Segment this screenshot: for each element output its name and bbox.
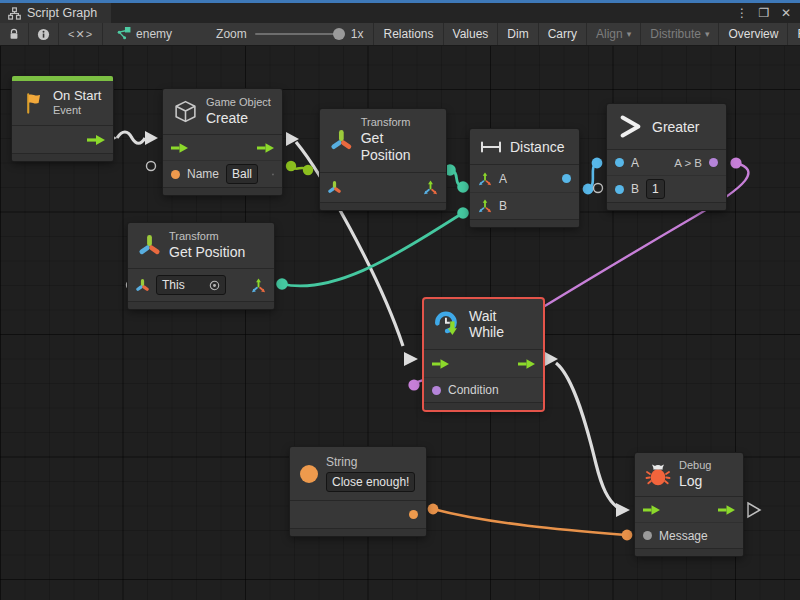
node-category: Debug <box>679 459 711 473</box>
graph-toolbar: <✕> enemy Zoom 1x Relations Values Dim C… <box>0 23 800 46</box>
inspect-button[interactable] <box>29 23 59 45</box>
node-title: Distance <box>510 139 564 155</box>
flow-output-port[interactable] <box>87 135 105 145</box>
graph-canvas[interactable]: On Start Event Game Object Create <box>0 46 800 600</box>
node-title: Greater <box>652 119 699 135</box>
lock-icon <box>8 28 20 40</box>
graph-node-icon <box>117 27 131 41</box>
code-brackets-icon: <✕> <box>68 28 93 41</box>
node-distance[interactable]: Distance A B <box>470 129 579 227</box>
condition-input-port[interactable] <box>432 386 441 395</box>
vector3-input-port-a[interactable] <box>478 172 492 186</box>
window-menu-icon[interactable]: ⋮ <box>732 4 752 22</box>
vector3-output-port[interactable] <box>251 278 266 293</box>
cube-icon <box>173 99 198 124</box>
greater-output-port[interactable] <box>709 158 718 167</box>
flow-input-port[interactable] <box>171 143 188 153</box>
node-footer <box>320 202 446 210</box>
node-footer <box>635 548 743 556</box>
tab-title: Script Graph <box>27 6 97 20</box>
maximize-icon[interactable]: ❐ <box>754 4 774 22</box>
vector3-input-port-b[interactable] <box>478 199 492 213</box>
flow-output-port[interactable] <box>257 143 274 153</box>
zoom-slider-handle[interactable] <box>333 28 345 40</box>
transform-icon <box>138 234 161 257</box>
transform-input-port[interactable] <box>328 181 341 194</box>
info-icon <box>37 28 50 41</box>
node-get-position-bottom[interactable]: Transform Get Position This <box>128 223 274 309</box>
node-title: Get Position <box>361 130 436 165</box>
node-title: Wait While <box>469 308 533 340</box>
gameobject-output-port[interactable] <box>272 167 274 182</box>
transform-input-port[interactable] <box>136 279 149 292</box>
lock-button[interactable] <box>0 23 29 45</box>
flow-input-port[interactable] <box>432 359 449 369</box>
node-debug-log[interactable]: Debug Log Message <box>635 453 743 556</box>
greater-input-b-port[interactable] <box>615 185 624 194</box>
node-footer <box>163 187 282 195</box>
values-button[interactable]: Values <box>444 23 499 45</box>
node-footer <box>128 301 274 309</box>
transform-icon <box>330 129 353 152</box>
distribute-dropdown[interactable]: Distribute ▾ <box>641 23 719 45</box>
b-value-field[interactable]: 1 <box>646 179 665 199</box>
unconnected-ring-name <box>147 162 156 171</box>
flow-input-port[interactable] <box>643 505 660 515</box>
overview-button[interactable]: Overview <box>719 23 788 45</box>
wire-waitwhile-to-log[interactable] <box>545 352 630 517</box>
flow-output-port[interactable] <box>718 505 735 515</box>
node-title: Log <box>679 473 711 491</box>
node-string[interactable]: String Close enough! <box>290 447 426 536</box>
zoom-value: 1x <box>351 27 364 41</box>
fullscreen-button[interactable]: Full Screen <box>788 23 800 45</box>
title-bar: Script Graph ⋮ ❐ ✕ <box>0 3 800 23</box>
node-create[interactable]: Game Object Create Name Ball <box>163 89 282 195</box>
wire-getposition-to-distance-a[interactable] <box>444 164 469 193</box>
name-value-field[interactable]: Ball <box>226 164 258 184</box>
string-output-port[interactable] <box>409 510 418 519</box>
node-category: Transform <box>169 230 245 244</box>
node-title: On Start <box>53 88 101 104</box>
wire-string-to-message[interactable] <box>428 504 633 541</box>
node-footer <box>290 528 426 536</box>
vector3-output-port[interactable] <box>423 180 438 195</box>
node-greater[interactable]: Greater A A > B B 1 <box>607 104 726 210</box>
zoom-slider[interactable] <box>255 33 343 35</box>
tab-script-graph[interactable]: Script Graph <box>0 3 111 23</box>
port-b-label: B <box>499 199 507 213</box>
distribute-label: Distribute <box>650 27 701 41</box>
edit-code-button[interactable]: <✕> <box>59 23 103 45</box>
close-icon[interactable]: ✕ <box>776 4 796 22</box>
unconnected-flow-triangle <box>748 503 760 517</box>
target-value-field[interactable]: This <box>156 275 226 295</box>
greater-input-a-port[interactable] <box>615 158 624 167</box>
node-get-position-top[interactable]: Transform Get Position <box>320 109 446 210</box>
name-label: Name <box>187 167 219 181</box>
node-on-start[interactable]: On Start Event <box>12 76 113 161</box>
flow-output-port[interactable] <box>518 359 535 369</box>
relations-button[interactable]: Relations <box>374 23 443 45</box>
bug-icon <box>645 462 671 488</box>
zoom-control: Zoom 1x <box>186 23 374 45</box>
wire-create-to-getposition[interactable] <box>286 161 313 175</box>
wire-getposition-to-distance-b[interactable] <box>276 207 469 290</box>
name-input-port[interactable] <box>171 170 180 179</box>
unconnected-ring-greater-b <box>594 184 603 193</box>
node-footer <box>470 219 579 227</box>
object-picker-icon[interactable] <box>209 280 220 291</box>
distance-output-port[interactable] <box>562 174 571 183</box>
carry-button[interactable]: Carry <box>539 23 587 45</box>
graph-breadcrumb[interactable]: enemy <box>103 23 186 45</box>
dim-button[interactable]: Dim <box>498 23 538 45</box>
node-wait-while[interactable]: Wait While Condition <box>424 299 543 410</box>
node-footer <box>12 153 113 161</box>
wire-distance-to-greater[interactable] <box>583 158 603 195</box>
message-label: Message <box>659 529 708 543</box>
node-subtitle: Event <box>53 104 101 118</box>
message-input-port[interactable] <box>643 531 652 540</box>
string-value-field[interactable]: Close enough! <box>326 472 415 492</box>
align-dropdown[interactable]: Align ▾ <box>587 23 641 45</box>
condition-label: Condition <box>448 383 499 397</box>
node-title: String <box>326 455 415 470</box>
script-graph-window: Script Graph ⋮ ❐ ✕ <✕> enemy Zoom 1x <box>0 0 800 600</box>
